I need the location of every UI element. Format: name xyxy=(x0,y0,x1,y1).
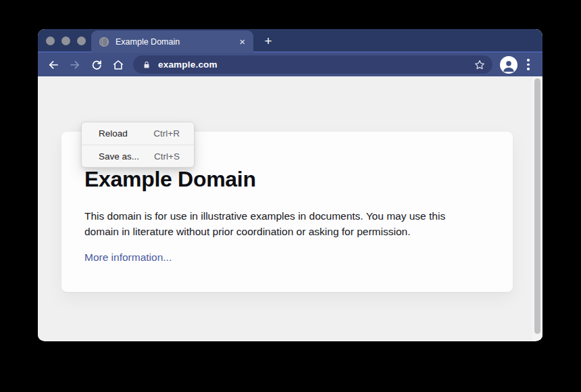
url-text[interactable]: example.com xyxy=(158,59,474,70)
reload-icon xyxy=(91,59,103,71)
forward-arrow-icon xyxy=(69,59,81,71)
back-arrow-icon xyxy=(47,59,59,71)
page-title: Example Domain xyxy=(84,167,486,192)
tab-example-domain[interactable]: Example Domain × xyxy=(91,30,253,53)
bookmark-star-icon[interactable] xyxy=(474,59,486,71)
context-menu: Reload Ctrl+R Save as... Ctrl+S xyxy=(81,122,195,168)
address-bar[interactable]: example.com xyxy=(133,55,492,74)
tab-title: Example Domain xyxy=(116,37,234,47)
menu-item-label: Reload xyxy=(99,128,128,139)
browser-menu-button[interactable] xyxy=(524,59,533,70)
context-menu-item-save-as[interactable]: Save as... Ctrl+S xyxy=(82,145,194,167)
browser-window: Example Domain × + example xyxy=(38,29,542,341)
menu-item-label: Save as... xyxy=(99,151,139,162)
back-button[interactable] xyxy=(47,58,60,72)
reload-button[interactable] xyxy=(90,58,103,72)
scrollbar-thumb[interactable] xyxy=(534,78,540,334)
favicon-globe-icon xyxy=(99,37,109,47)
lock-icon xyxy=(143,61,151,69)
browser-toolbar: example.com xyxy=(38,53,542,76)
person-icon xyxy=(501,58,516,73)
tab-close-icon[interactable]: × xyxy=(239,36,245,47)
page-scrollbar[interactable] xyxy=(532,76,542,340)
profile-avatar-button[interactable] xyxy=(500,56,517,74)
window-minimize-button[interactable] xyxy=(61,36,70,45)
menu-item-shortcut: Ctrl+R xyxy=(153,128,180,139)
home-icon xyxy=(112,59,124,71)
window-controls xyxy=(46,29,86,53)
page-body-text: This domain is for use in illustrative e… xyxy=(84,208,480,239)
more-information-link[interactable]: More information... xyxy=(84,251,172,264)
forward-button[interactable] xyxy=(68,58,82,72)
new-tab-button[interactable]: + xyxy=(261,34,276,49)
window-zoom-button[interactable] xyxy=(77,36,86,45)
page-viewport: Example Domain This domain is for use in… xyxy=(38,76,542,340)
context-menu-item-reload[interactable]: Reload Ctrl+R xyxy=(82,122,194,145)
desktop-background: Example Domain × + example xyxy=(0,0,581,392)
window-close-button[interactable] xyxy=(46,36,55,45)
home-button[interactable] xyxy=(111,58,125,72)
menu-item-shortcut: Ctrl+S xyxy=(154,151,180,162)
tab-strip: Example Domain × + xyxy=(38,29,542,53)
